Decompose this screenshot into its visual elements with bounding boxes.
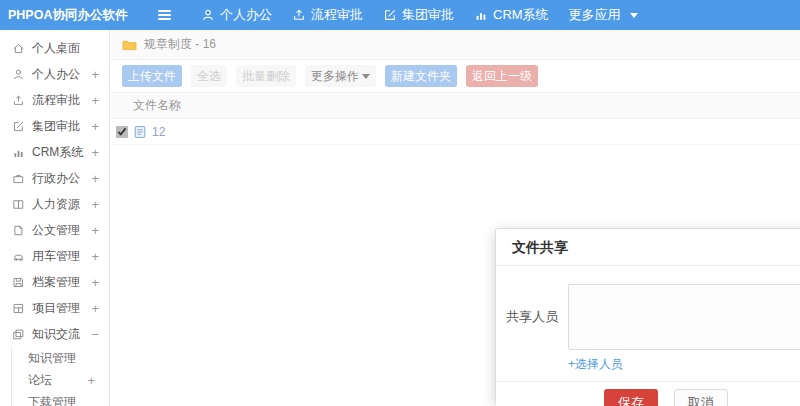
breadcrumb-label: 规章制度 - 16 (144, 36, 216, 53)
expand-plus[interactable]: + (91, 145, 99, 160)
expand-plus[interactable]: + (91, 119, 99, 134)
sidebar: 个人桌面 个人办公 + 流程审批 + 集团审批 + CRM系统 + (0, 30, 110, 406)
car-icon (12, 250, 25, 263)
new-folder-button[interactable]: 新建文件夹 (385, 65, 457, 87)
file-share-modal: 文件共享 共享人员 +选择人员 保存 取消 (495, 228, 800, 404)
copy-pages-icon (12, 328, 25, 341)
sidebar-item-workflow-approval[interactable]: 流程审批 + (0, 87, 109, 113)
cancel-button[interactable]: 取消 (674, 389, 728, 406)
modal-footer: 保存 取消 (496, 381, 800, 406)
top-navigation: 个人办公 流程审批 集团审批 CRM系统 更多应用 (181, 6, 638, 24)
file-name-link[interactable]: 12 (152, 125, 165, 139)
sidebar-item-hr[interactable]: 人力资源 + (0, 191, 109, 217)
topnav-crm[interactable]: CRM系统 (474, 6, 549, 24)
save-button[interactable]: 保存 (604, 389, 658, 406)
layout-grid-icon (12, 302, 25, 315)
sidebar-item-project-mgmt[interactable]: 项目管理 + (0, 295, 109, 321)
home-icon (12, 42, 25, 55)
row-checkbox[interactable] (116, 126, 128, 138)
topnav-workflow-approval[interactable]: 流程审批 (292, 6, 363, 24)
menu-toggle-icon[interactable] (158, 10, 171, 20)
topbar: PHPOA协同办公软件 个人办公 流程审批 集团审批 (0, 0, 800, 30)
expand-plus[interactable]: + (91, 93, 99, 108)
bar-chart-icon (12, 146, 25, 159)
collapse-minus[interactable]: − (91, 327, 99, 342)
go-back-button[interactable]: 返回上一级 (466, 65, 538, 87)
folder-icon (122, 38, 137, 51)
expand-plus[interactable]: + (91, 301, 99, 316)
share-members-label: 共享人员 (496, 308, 558, 326)
caret-down-icon (630, 13, 638, 18)
sidebar-item-personal-desktop[interactable]: 个人桌面 (0, 35, 109, 61)
expand-plus[interactable]: + (87, 373, 95, 388)
doc-file-icon (133, 125, 147, 139)
topnav-group-approval[interactable]: 集团审批 (383, 6, 454, 24)
more-actions-button[interactable]: 更多操作 (305, 65, 376, 87)
modal-body: 共享人员 +选择人员 (496, 266, 800, 373)
topnav-personal-office[interactable]: 个人办公 (201, 6, 272, 24)
briefcase-icon (12, 172, 25, 185)
expand-plus[interactable]: + (91, 171, 99, 186)
user-icon (201, 8, 215, 22)
user-icon (12, 68, 25, 81)
batch-delete-button[interactable]: 批量删除 (236, 65, 296, 87)
document-icon (12, 224, 25, 237)
app-logo: PHPOA协同办公软件 (0, 7, 118, 24)
topnav-more-apps[interactable]: 更多应用 (569, 6, 638, 24)
toolbar: 上传文件 全选 批量删除 更多操作 新建文件夹 返回上一级 (111, 60, 800, 92)
caret-down-icon (362, 74, 370, 79)
expand-plus[interactable]: + (91, 197, 99, 212)
expand-plus[interactable]: + (91, 223, 99, 238)
book-icon (12, 198, 25, 211)
sidebar-item-personal-office[interactable]: 个人办公 + (0, 61, 109, 87)
knowledge-exchange-submenu: 知识管理 论坛 + 下载管理 (11, 347, 109, 406)
save-disk-icon (12, 276, 25, 289)
upload-flow-icon (12, 94, 25, 107)
expand-plus[interactable]: + (91, 249, 99, 264)
breadcrumb: 规章制度 - 16 (111, 30, 800, 60)
share-members-textarea[interactable] (568, 284, 800, 350)
sidebar-item-archive-mgmt[interactable]: 档案管理 + (0, 269, 109, 295)
expand-plus[interactable]: + (91, 67, 99, 82)
sidebar-item-group-approval[interactable]: 集团审批 + (0, 113, 109, 139)
modal-title: 文件共享 (496, 229, 800, 266)
sidebar-subitem-knowledge-mgmt[interactable]: 知识管理 (12, 347, 109, 369)
sidebar-item-crm[interactable]: CRM系统 + (0, 139, 109, 165)
select-members-link[interactable]: +选择人员 (568, 356, 623, 373)
sidebar-item-admin-office[interactable]: 行政办公 + (0, 165, 109, 191)
sidebar-subitem-forum[interactable]: 论坛 + (12, 369, 109, 391)
sidebar-item-document-mgmt[interactable]: 公文管理 + (0, 217, 109, 243)
sidebar-subitem-download-mgmt[interactable]: 下载管理 (12, 391, 109, 406)
upload-file-button[interactable]: 上传文件 (122, 65, 182, 87)
select-all-button[interactable]: 全选 (191, 65, 227, 87)
edit-icon (12, 120, 25, 133)
expand-plus[interactable]: + (91, 275, 99, 290)
file-table-header: 文件名称 (111, 92, 800, 119)
upload-flow-icon (292, 8, 306, 22)
edit-icon (383, 8, 397, 22)
bar-chart-icon (474, 8, 488, 22)
sidebar-item-knowledge-exchange[interactable]: 知识交流 − (0, 321, 109, 347)
file-row[interactable]: 12 (111, 119, 800, 145)
sidebar-item-vehicle-mgmt[interactable]: 用车管理 + (0, 243, 109, 269)
